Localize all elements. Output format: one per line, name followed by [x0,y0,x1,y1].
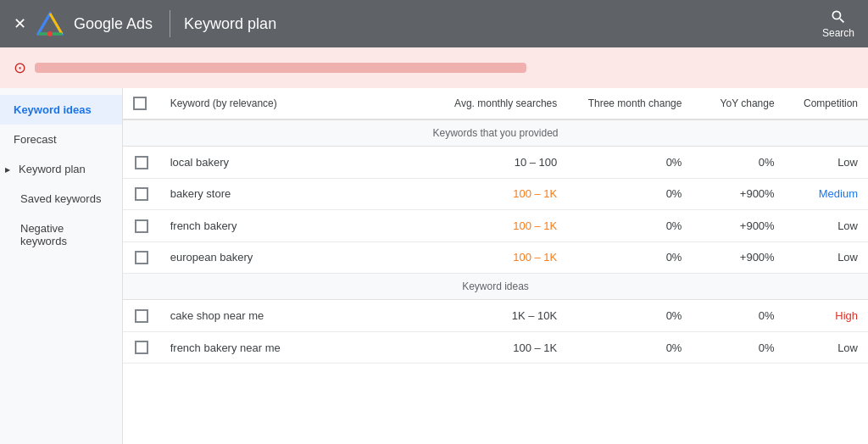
yoy-cell: 0% [692,147,784,179]
three-month-cell: 0% [567,331,692,364]
row-checkbox-cell[interactable] [123,210,160,242]
svg-point-5 [47,31,53,36]
keyword-cell: european bakery [160,241,420,274]
row-checkbox-cell[interactable] [123,241,160,274]
competition-cell: Low [785,147,868,179]
close-icon[interactable]: ✕ [14,14,26,33]
row-checkbox[interactable] [135,187,148,201]
alert-banner: ⊙ [0,47,868,88]
row-checkbox[interactable] [135,341,148,354]
row-checkbox-cell[interactable] [123,147,160,179]
competition-cell: Low [785,241,868,274]
yoy-cell: 0% [692,331,784,364]
keyword-cell: french bakery near me [160,331,420,364]
svg-line-3 [50,14,62,34]
avg-monthly-cell: 100 – 1K [420,178,568,210]
three-month-cell: 0% [567,147,692,179]
table-row: local bakery10 – 1000%0%Low [123,147,868,179]
col-header-competition: Competition [785,88,868,119]
sidebar-item-negative-keywords[interactable]: Negative keywords [0,214,122,256]
avg-monthly-cell: 100 – 1K [420,210,568,242]
three-month-cell: 0% [567,300,692,332]
header-divider [170,10,170,37]
three-month-cell: 0% [567,178,692,210]
col-header-check[interactable] [123,88,160,119]
keyword-cell: local bakery [160,147,420,179]
keyword-cell: french bakery [160,210,420,242]
yoy-cell: +900% [692,210,784,242]
avg-monthly-cell: 100 – 1K [420,331,568,364]
google-ads-logo [36,10,64,37]
section-header-row: Keyword ideas [123,274,868,300]
search-button[interactable]: Search [822,8,854,39]
main-layout: Keyword ideas Forecast Keyword plan Save… [0,88,868,444]
row-checkbox[interactable] [135,156,148,169]
table-row: european bakery100 – 1K0%+900%Low [123,241,868,274]
row-checkbox[interactable] [135,251,148,264]
table-header-row: Keyword (by relevance) Avg. monthly sear… [123,88,868,119]
svg-line-2 [38,14,50,34]
avg-monthly-cell: 1K – 10K [420,300,568,332]
table-row: bakery store100 – 1K0%+900%Medium [123,178,868,210]
table-row: french bakery near me100 – 1K0%0%Low [123,331,868,364]
sidebar-item-keyword-ideas[interactable]: Keyword ideas [0,95,122,125]
avg-monthly-cell: 10 – 100 [420,147,568,179]
col-header-avg: Avg. monthly searches [420,88,568,119]
yoy-cell: 0% [692,300,784,332]
sidebar-item-forecast[interactable]: Forecast [0,125,122,154]
sidebar: Keyword ideas Forecast Keyword plan Save… [0,88,123,444]
keyword-cell: cake shop near me [160,300,420,332]
keyword-cell: bakery store [160,178,420,210]
section-title: Keywords that you provided [123,119,868,147]
row-checkbox[interactable] [135,219,148,233]
col-header-keyword: Keyword (by relevance) [160,88,420,119]
row-checkbox-cell[interactable] [123,300,160,332]
table-body: Keywords that you providedlocal bakery10… [123,119,868,364]
three-month-cell: 0% [567,210,692,242]
row-checkbox-cell[interactable] [123,178,160,210]
section-title: Keyword ideas [123,274,868,300]
svg-marker-1 [38,14,62,34]
competition-cell: Medium [785,178,868,210]
three-month-cell: 0% [567,241,692,274]
avg-monthly-cell: 100 – 1K [420,241,568,274]
page-title: Keyword plan [184,15,822,33]
alert-icon: ⊙ [14,58,26,77]
keyword-table: Keyword (by relevance) Avg. monthly sear… [123,88,868,364]
sidebar-item-keyword-plan[interactable]: Keyword plan [0,154,122,184]
svg-marker-0 [38,14,62,34]
competition-cell: High [785,300,868,332]
search-label: Search [822,27,854,39]
content-area: Keyword (by relevance) Avg. monthly sear… [123,88,868,444]
sidebar-item-saved-keywords[interactable]: Saved keywords [0,184,122,214]
yoy-cell: +900% [692,178,784,210]
app-name-label: Google Ads [74,15,153,33]
select-all-checkbox[interactable] [133,97,147,110]
row-checkbox[interactable] [135,309,148,323]
table-row: cake shop near me1K – 10K0%0%High [123,300,868,332]
row-checkbox-cell[interactable] [123,331,160,364]
col-header-three-month: Three month change [567,88,692,119]
competition-cell: Low [785,331,868,364]
yoy-cell: +900% [692,241,784,274]
table-row: french bakery100 – 1K0%+900%Low [123,210,868,242]
app-header: ✕ Google Ads Keyword plan Search [0,0,868,47]
col-header-yoy: YoY change [692,88,784,119]
competition-cell: Low [785,210,868,242]
alert-text [35,63,526,73]
section-header-row: Keywords that you provided [123,119,868,147]
